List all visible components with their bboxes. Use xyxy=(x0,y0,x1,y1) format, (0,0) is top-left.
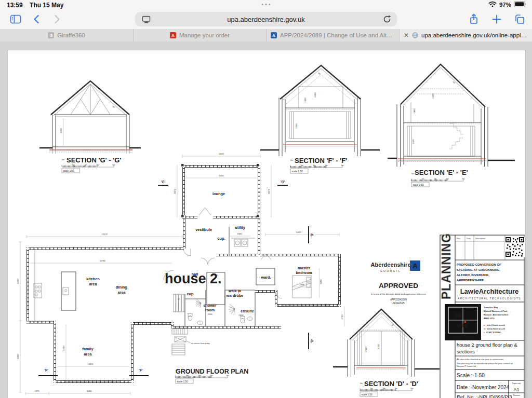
svg-text:0m: 0m xyxy=(411,173,414,175)
section-d-title: SECTION 'D' - 'D' xyxy=(364,380,418,388)
dim-label: 1800 xyxy=(413,108,416,114)
giraffe360-favicon: G xyxy=(48,32,54,38)
status-time-date: 13:59 Thu 15 May xyxy=(7,2,63,9)
svg-text:6871: 6871 xyxy=(174,189,176,194)
address-line: Midmill Business Park xyxy=(484,310,508,312)
battery-icon xyxy=(514,1,527,8)
svg-text:4826: 4826 xyxy=(88,363,94,365)
address-line: AB51 0TG xyxy=(484,317,495,320)
ipad-safari-screen: 13:59 Thu 15 May 97% xyxy=(0,0,532,398)
logo-firm-name: NORMAN P. LAWIE LTD xyxy=(451,336,475,338)
status-time: 13:59 xyxy=(7,2,23,9)
tab-label: APP/2024/2089 | Change of Use and Altera… xyxy=(280,32,395,38)
note-line: All sizes to be checked on site prior to… xyxy=(457,358,504,361)
project-line: STEADING AT CROOKMORE, xyxy=(457,268,500,271)
tab-overview-icon[interactable] xyxy=(513,13,526,25)
dim-label: 1500 xyxy=(304,98,307,103)
room-label-shower-1: shower xyxy=(203,303,217,308)
svg-text:0m: 0m xyxy=(62,159,64,161)
browser-content[interactable]: 2400 40° SECTION 'G' - 'G' 2400 1 xyxy=(0,42,532,398)
section-e-title: SECTION 'E' - 'E' xyxy=(415,169,468,176)
tab-giraffe360[interactable]: G Giraffe360 xyxy=(0,29,133,42)
sheet-title-2: sections xyxy=(457,349,475,354)
svg-text:A: A xyxy=(413,262,418,270)
tab-active-upa-aberdeenshire[interactable]: ✕ upa.aberdeenshire.gov.uk/online-applic… xyxy=(399,29,532,42)
heat-pump-and-deck: air source heat pump xyxy=(172,328,210,355)
svg-text:la: la xyxy=(456,311,462,319)
svg-text:scale 1:50: scale 1:50 xyxy=(177,380,188,383)
room-label-cup-utility: cup. xyxy=(218,236,225,241)
firm-name: LawieArchitecture xyxy=(460,287,519,295)
project-line: ALFORD, INVERURIE, xyxy=(457,273,489,277)
project-line: PROPOSED CONVERSION OF xyxy=(457,263,501,266)
sidebar-toggle-icon[interactable] xyxy=(9,13,22,25)
sheet-title-1: house 2 ground floor plan & xyxy=(457,342,517,348)
window-posts xyxy=(181,164,259,217)
new-tab-icon[interactable] xyxy=(490,13,503,25)
svg-text:0m: 0m xyxy=(176,369,178,372)
svg-text:'G': 'G' xyxy=(281,180,285,184)
url-text: upa.aberdeenshire.gov.uk xyxy=(227,16,304,23)
svg-text:scale 1:50: scale 1:50 xyxy=(63,170,74,172)
planning-vertical-label: PLANNING xyxy=(440,233,453,299)
reload-icon[interactable] xyxy=(382,15,392,26)
svg-text:6871: 6871 xyxy=(268,189,270,194)
svg-text:0m: 0m xyxy=(360,382,363,385)
share-icon[interactable] xyxy=(468,13,480,25)
back-button[interactable] xyxy=(30,13,43,25)
heat-pump-label: air source heat pump xyxy=(191,342,210,345)
dim-label: 2400 xyxy=(295,123,298,129)
room-label-master-1: master xyxy=(298,266,310,270)
room-label-dining-1: dining xyxy=(116,285,127,290)
roof-angle-label: 40° xyxy=(112,105,115,109)
svg-text:scale 1:50: scale 1:50 xyxy=(362,393,373,396)
tab-manage-your-order[interactable]: A Manage your order xyxy=(133,29,266,42)
battery-percent: 97% xyxy=(499,2,511,8)
firm-subtitle: ARCHITECTURAL TECHNOLOGISTS xyxy=(458,297,521,300)
svg-text:1790: 1790 xyxy=(341,314,343,320)
svg-text:10786: 10786 xyxy=(99,259,105,262)
section-g-title: SECTION 'G' - 'G' xyxy=(66,156,122,164)
dim-label: 2400 xyxy=(60,128,62,133)
room-label-cup-hall: cup. xyxy=(187,292,195,296)
revision-label: Revision xyxy=(513,394,520,396)
dim-label: 2400 xyxy=(412,139,415,144)
aberdeenshire-favicon: A xyxy=(271,32,277,38)
svg-text:2300: 2300 xyxy=(237,232,242,235)
multitasking-dots-icon[interactable] xyxy=(262,4,271,5)
lawie-logo: la wie NORMAN P. LAWIE LTD xyxy=(445,304,481,340)
svg-text:8900: 8900 xyxy=(17,279,19,284)
website-settings-icon[interactable] xyxy=(141,15,151,26)
dim-label: 2000 xyxy=(207,313,212,315)
svg-text:'F': 'F' xyxy=(139,368,143,372)
roof-angle-label: 40° xyxy=(317,72,321,76)
svg-text:6460: 6460 xyxy=(87,390,92,392)
tab-close-icon[interactable]: ✕ xyxy=(404,32,409,39)
room-label-kitchen-2: area xyxy=(89,282,97,286)
address-bar[interactable]: upa.aberdeenshire.gov.uk xyxy=(135,12,397,26)
pdf-drawing-sheet: 2400 40° SECTION 'G' - 'G' 2400 1 xyxy=(7,50,526,398)
svg-text:6000: 6000 xyxy=(17,354,19,359)
contact-phone: t:01467 632084 xyxy=(484,331,501,334)
staircase xyxy=(173,294,185,312)
forward-button[interactable] xyxy=(51,13,63,25)
dim-label: 2700 xyxy=(377,344,380,349)
dim-label: 2380 xyxy=(365,347,367,352)
status-bar: 13:59 Thu 15 May 97% xyxy=(0,0,532,9)
svg-text:4348: 4348 xyxy=(299,283,304,286)
bed-symbol xyxy=(292,276,311,298)
address-line: Tumulus Way xyxy=(484,306,498,309)
room-label-vestibule: vestibule xyxy=(195,227,212,232)
qr-code xyxy=(505,237,525,257)
rev-header: Rev. xyxy=(457,238,461,240)
ground-floor-plan-drawing: house 2. xyxy=(17,153,344,395)
approved-text: APPROVED xyxy=(379,282,418,290)
project-line: ABERDEENSHIRE. xyxy=(457,279,485,282)
tab-planning-application[interactable]: A APP/2024/2089 | Change of Use and Alte… xyxy=(266,29,399,42)
room-label-utility: utility xyxy=(235,225,245,230)
safari-toolbar: upa.aberdeenshire.gov.uk xyxy=(0,9,532,29)
paper-size-value: A1 xyxy=(513,387,519,392)
scale-value: Scale :-1-50 xyxy=(457,373,485,378)
svg-text:'D': 'D' xyxy=(310,233,314,237)
tab-bar: G Giraffe360 A Manage your order A APP/2… xyxy=(0,29,532,42)
